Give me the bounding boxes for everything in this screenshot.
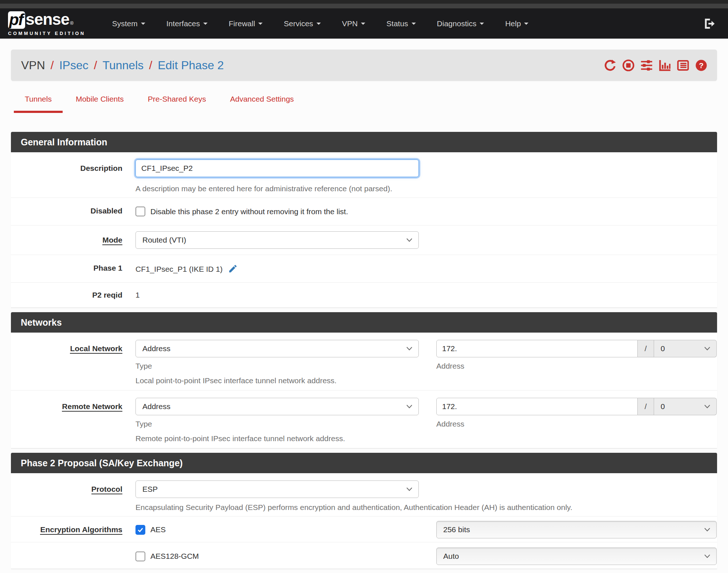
panel-title: Phase 2 Proposal (SA/Key Exchange) xyxy=(11,453,717,473)
chevron-down-icon xyxy=(406,487,413,491)
help-icon[interactable]: ? xyxy=(695,59,708,72)
tab-pre-shared-keys[interactable]: Pre-Shared Keys xyxy=(137,92,217,113)
encryption-row-aes128gcm: AES128-GCM Auto xyxy=(11,542,717,569)
chevron-down-icon xyxy=(258,23,263,27)
tab-mobile-clients[interactable]: Mobile Clients xyxy=(65,92,135,113)
panel-general-information: General Information Description A descri… xyxy=(11,132,717,308)
mask-separator: / xyxy=(638,340,654,357)
browser-chrome-strip xyxy=(0,0,728,4)
chevron-down-icon xyxy=(480,23,484,27)
svg-text:?: ? xyxy=(699,61,704,69)
breadcrumb-edit-phase-2[interactable]: Edit Phase 2 xyxy=(158,59,224,72)
description-help: A description may be entered here for ad… xyxy=(135,184,714,193)
navbar-menu: System Interfaces Firewall Services VPN … xyxy=(102,8,703,39)
logo-registered-mark: ® xyxy=(70,21,74,25)
log-list-icon[interactable] xyxy=(677,59,689,72)
breadcrumb-ipsec[interactable]: IPsec xyxy=(59,59,88,72)
nav-item-system[interactable]: System xyxy=(102,8,156,39)
description-label: Description xyxy=(11,152,135,177)
description-input[interactable] xyxy=(135,160,419,177)
breadcrumb-tunnels[interactable]: Tunnels xyxy=(103,59,144,72)
remote-network-type-sublabel: Type xyxy=(135,420,419,428)
breadcrumb-actions: ? xyxy=(604,59,708,72)
mode-row: Mode Routed (VTI) xyxy=(11,225,717,255)
chevron-down-icon xyxy=(406,346,413,351)
p2-reqid-value: 1 xyxy=(135,291,140,299)
protocol-help: Encapsulating Security Payload (ESP) per… xyxy=(135,503,714,512)
nav-item-diagnostics[interactable]: Diagnostics xyxy=(426,8,495,39)
description-row: Description A description may be entered… xyxy=(11,152,717,198)
sliders-icon[interactable] xyxy=(640,59,653,72)
nav-item-interfaces[interactable]: Interfaces xyxy=(156,8,218,39)
edit-pencil-icon[interactable] xyxy=(228,264,238,274)
logo-pf: pf xyxy=(8,11,25,29)
p2-reqid-label: P2 reqid xyxy=(11,291,135,299)
chevron-down-icon xyxy=(412,23,416,27)
local-network-type-select[interactable]: Address xyxy=(135,340,419,357)
disabled-row: Disabled Disable this phase 2 entry with… xyxy=(11,198,717,225)
sign-out-icon xyxy=(703,17,716,30)
breadcrumb-separator: / xyxy=(94,59,97,72)
chevron-down-icon xyxy=(361,23,365,27)
pfsense-logo[interactable]: pfsense® COMMUNITY EDITION xyxy=(8,11,86,36)
protocol-select[interactable]: ESP xyxy=(135,480,419,498)
panel-title: Networks xyxy=(11,312,717,333)
bar-chart-icon[interactable] xyxy=(658,59,671,72)
local-network-mask-select[interactable]: 0 xyxy=(654,340,717,357)
local-network-label: Local Network xyxy=(70,344,122,354)
local-network-address-input[interactable] xyxy=(436,340,638,357)
aes128-gcm-checkbox[interactable] xyxy=(135,552,145,561)
page-tabs: Tunnels Mobile Clients Pre-Shared Keys A… xyxy=(11,92,717,113)
nav-item-status[interactable]: Status xyxy=(376,8,426,39)
mask-separator: / xyxy=(638,398,654,415)
local-network-help: Local point-to-point IPsec interface tun… xyxy=(135,376,717,385)
remote-network-row: Remote Network Address Type xyxy=(11,390,717,448)
nav-item-services[interactable]: Services xyxy=(273,8,331,39)
logo-edition: COMMUNITY EDITION xyxy=(8,31,86,36)
aes-checkbox-label: AES xyxy=(150,525,166,534)
nav-item-firewall[interactable]: Firewall xyxy=(218,8,273,39)
encryption-algorithms-label: Encryption Algorithms xyxy=(40,525,122,535)
remote-network-type-select[interactable]: Address xyxy=(135,398,419,415)
phase1-row: Phase 1 CF1_IPsec_P1 (IKE ID 1) xyxy=(11,255,717,283)
chevron-down-icon xyxy=(141,23,145,27)
breadcrumb-separator: / xyxy=(149,59,152,72)
local-network-address-sublabel: Address xyxy=(436,362,717,370)
chevron-down-icon xyxy=(704,346,711,351)
chevron-down-icon xyxy=(704,404,711,409)
nav-item-help[interactable]: Help xyxy=(495,8,539,39)
p2-reqid-row: P2 reqid 1 xyxy=(11,283,717,307)
tab-advanced-settings[interactable]: Advanced Settings xyxy=(219,92,305,113)
encryption-row-aes: Encryption Algorithms AES 256 bits xyxy=(11,517,717,542)
panel-phase2-proposal: Phase 2 Proposal (SA/Key Exchange) Proto… xyxy=(11,453,717,569)
breadcrumb: VPN / IPsec / Tunnels / Edit Phase 2 xyxy=(11,50,717,81)
protocol-row: Protocol ESP Encapsulating Security Payl… xyxy=(11,473,717,517)
aes-keylen-select[interactable]: 256 bits xyxy=(436,521,717,538)
chevron-down-icon xyxy=(704,554,711,558)
mode-label: Mode xyxy=(102,236,122,245)
mode-select[interactable]: Routed (VTI) xyxy=(135,231,419,249)
logout-button[interactable] xyxy=(703,17,716,30)
chevron-down-icon xyxy=(316,23,321,27)
refresh-icon[interactable] xyxy=(604,59,617,72)
remote-network-address-sublabel: Address xyxy=(436,420,717,428)
top-navbar: pfsense® COMMUNITY EDITION System Interf… xyxy=(0,8,728,39)
panel-networks: Networks Local Network Address Type xyxy=(11,312,717,448)
chevron-down-icon xyxy=(406,404,413,409)
remote-network-mask-select[interactable]: 0 xyxy=(654,398,717,415)
disabled-checkbox-label: Disable this phase 2 entry without remov… xyxy=(150,207,348,216)
phase1-value: CF1_IPsec_P1 (IKE ID 1) xyxy=(135,265,223,273)
remote-network-address-input[interactable] xyxy=(436,398,638,415)
chevron-down-icon xyxy=(524,23,528,27)
chevron-down-icon xyxy=(704,527,711,532)
nav-item-vpn[interactable]: VPN xyxy=(331,8,376,39)
local-network-type-sublabel: Type xyxy=(135,362,419,370)
aes-checkbox[interactable] xyxy=(135,525,145,535)
stop-icon[interactable] xyxy=(622,59,635,72)
aes128-gcm-keylen-select[interactable]: Auto xyxy=(436,548,717,565)
disabled-checkbox[interactable] xyxy=(135,207,145,216)
tab-tunnels[interactable]: Tunnels xyxy=(14,92,63,113)
breadcrumb-separator: / xyxy=(51,59,54,72)
phase1-label: Phase 1 xyxy=(11,264,135,272)
aes128-gcm-checkbox-label: AES128-GCM xyxy=(150,552,199,561)
